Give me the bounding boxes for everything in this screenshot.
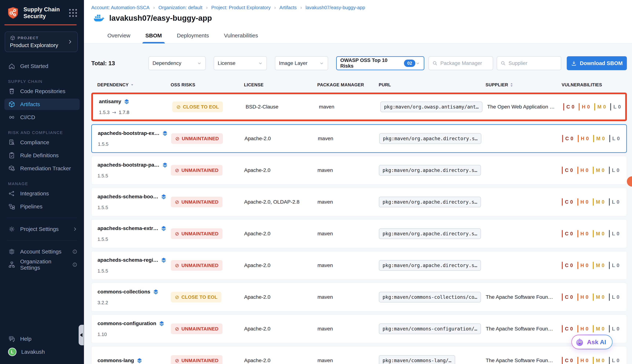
severity-bar [609, 357, 610, 364]
dependency-filter-dropdown[interactable]: Dependency [148, 56, 206, 70]
sidebar-item-help[interactable]: ? Help [4, 333, 80, 344]
severity-count: 0 [570, 231, 573, 236]
license-value: Apache-2.0 [244, 326, 270, 332]
sidebar-item-artifacts[interactable]: Artifacts [4, 98, 80, 110]
sidebar-item-code-repositories[interactable]: Code Repositories [4, 86, 80, 97]
severity-count: 0 [602, 136, 605, 142]
sort-both-icon [510, 82, 513, 87]
purl-pill[interactable]: pkg:maven/commons-configuration/… [379, 324, 481, 334]
sidebar-item-pipelines[interactable]: Pipelines [4, 201, 80, 212]
sidebar-collapse-handle[interactable] [79, 325, 84, 345]
dependency-cell: commons-lang [98, 358, 171, 364]
table-row[interactable]: apacheds-schema-boo…1.5.5⊘UNMAINTAINEDAp… [91, 188, 627, 216]
severity-high: H0 [579, 103, 590, 110]
severity-letter: M [596, 294, 600, 300]
table-row[interactable]: apacheds-schema-regi…1.5.5⊘UNMAINTAINEDA… [91, 251, 627, 280]
total-count: Total: 13 [91, 60, 121, 67]
severity-count: 0 [570, 263, 573, 268]
sidebar-item-get-started[interactable]: Get Started [4, 60, 80, 72]
license-cell: BSD-2-Clause [246, 104, 319, 110]
owasp-count-badge: 02 [404, 60, 416, 67]
tab-overview[interactable]: Overview [104, 29, 133, 44]
severity-count: 0 [570, 326, 573, 332]
breadcrumb-current[interactable]: lavakush07/easy-buggy-app [306, 5, 365, 10]
app-switcher-icon[interactable] [69, 9, 77, 17]
supplier-input[interactable] [508, 60, 554, 66]
box-tag-icon [8, 165, 16, 172]
table-row[interactable]: commons-configuration1.10⊘UNMAINTAINEDAp… [91, 314, 627, 343]
severity-letter: M [596, 358, 600, 364]
sidebar-item-cicd[interactable]: CI/CD [4, 112, 80, 123]
dependency-cell: commons-collections3.2.2 [98, 289, 171, 306]
purl-pill[interactable]: pkg:maven/commons-lang/… [379, 355, 455, 364]
severity-letter: H [580, 231, 584, 236]
table-row[interactable]: apacheds-bootstrap-pa…1.5.5⊘UNMAINTAINED… [91, 156, 627, 184]
chevron-right-icon [68, 39, 72, 44]
column-header-supplier[interactable]: SUPPLIER [486, 82, 562, 88]
ask-ai-button[interactable]: Ask AI [571, 335, 612, 349]
sidebar-item-account-settings[interactable]: Account Settings [4, 246, 80, 257]
license-filter-dropdown[interactable]: License [214, 56, 267, 70]
owasp-risks-filter-dropdown[interactable]: OWASP OSS Top 10 Risks 02 [336, 56, 424, 70]
sidebar: Supply Chain Security PROJECT Product Ex… [0, 0, 84, 364]
sidebar-item-integrations[interactable]: Integrations [4, 188, 80, 199]
package-manager-value: maven [318, 136, 333, 141]
project-selector[interactable]: PROJECT Product Exploratory [5, 32, 78, 52]
package-manager-cell: maven [318, 358, 379, 364]
info-icon[interactable] [72, 262, 77, 267]
tab-sbom[interactable]: SBOM [142, 29, 165, 44]
table-row[interactable]: commons-lang⊘UNMAINTAINEDApache-2.0maven… [91, 346, 627, 364]
severity-critical: C0 [563, 103, 574, 110]
package-manager-input[interactable] [440, 60, 486, 66]
sidebar-item-remediation-tracker[interactable]: Remediation Tracker [4, 163, 80, 174]
purl-pill[interactable]: pkg:maven/org.apache.directory.s… [379, 260, 481, 271]
download-sbom-button[interactable]: Download SBOM [567, 56, 627, 70]
document-search-icon [8, 139, 16, 146]
purl-pill[interactable]: pkg:maven/org.apache.directory.s… [379, 165, 481, 176]
breadcrumb-account[interactable]: Account: Automation-SSCA [91, 5, 150, 10]
column-header-dependency[interactable]: DEPENDENCY [97, 82, 171, 88]
chevron-down-icon [415, 61, 420, 66]
sidebar-item-project-settings[interactable]: Project Settings [4, 224, 80, 235]
tab-vulnerabilities[interactable]: Vulnerabilities [221, 29, 261, 44]
tab-deployments[interactable]: Deployments [174, 29, 212, 44]
severity-count: 0 [602, 358, 604, 364]
purl-pill[interactable]: pkg:maven/org.apache.directory.s… [379, 197, 481, 207]
content-area: Total: 13 Dependency License Image Layer… [84, 44, 632, 364]
table-row[interactable]: antisamy1.5.3→1.7.8⊘CLOSE TO EOLBSD-2-Cl… [91, 92, 627, 121]
image-layer-filter-dropdown[interactable]: Image Layer [275, 56, 328, 70]
sidebar-item-compliance[interactable]: Compliance [4, 137, 80, 148]
license-value: Apache-2.0 [244, 262, 270, 268]
breadcrumb-organization[interactable]: Organization: default [158, 5, 202, 10]
severity-count: 0 [586, 358, 588, 364]
breadcrumb-artifacts[interactable]: Artifacts [280, 5, 297, 10]
purl-pill[interactable]: pkg:maven/org.apache.directory.s… [379, 228, 481, 239]
prohibited-icon: ⊘ [175, 326, 179, 332]
purl-pill[interactable]: pkg:maven/org.apache.directory.s… [379, 133, 481, 144]
dependency-version: 1.10 [98, 332, 171, 337]
brand-divider [4, 24, 76, 25]
severity-medium: M0 [594, 103, 606, 110]
breadcrumb-project[interactable]: Project: Product Exploratory [211, 5, 271, 10]
sidebar-item-organization-settings[interactable]: Organization Settings [4, 259, 80, 270]
page-header: Account: Automation-SSCA› Organization: … [84, 0, 632, 44]
table-row[interactable]: commons-collections3.2.2⊘CLOSE TO EOLApa… [91, 283, 627, 312]
table-row[interactable]: apacheds-schema-extr…1.5.5⊘UNMAINTAINEDA… [91, 220, 627, 248]
severity-bar [609, 230, 610, 237]
dependency-version: 3.2.2 [98, 300, 171, 306]
sidebar-item-rule-definitions[interactable]: Rule Definitions [4, 150, 80, 161]
chevron-down-icon [258, 61, 263, 66]
info-icon[interactable] [72, 249, 77, 254]
purl-pill[interactable]: pkg:maven/commons-collections/co… [379, 292, 481, 302]
purl-pill[interactable]: pkg:maven/org.owasp.antisamy/ant… [380, 102, 482, 112]
table-row[interactable]: apacheds-bootstrap-ex…1.5.5⊘UNMAINTAINED… [91, 124, 627, 153]
oss-risks-cell: ⊘UNMAINTAINED [171, 197, 244, 207]
prohibited-icon: ⊘ [175, 358, 179, 364]
oss-risk-label: UNMAINTAINED [182, 199, 218, 205]
user-menu[interactable]: L Lavakush [4, 346, 80, 358]
severity-bar [562, 198, 563, 206]
breadcrumb-separator: › [274, 5, 276, 10]
divider [7, 240, 77, 240]
severity-high: H0 [578, 294, 588, 301]
severity-bar [578, 357, 578, 364]
